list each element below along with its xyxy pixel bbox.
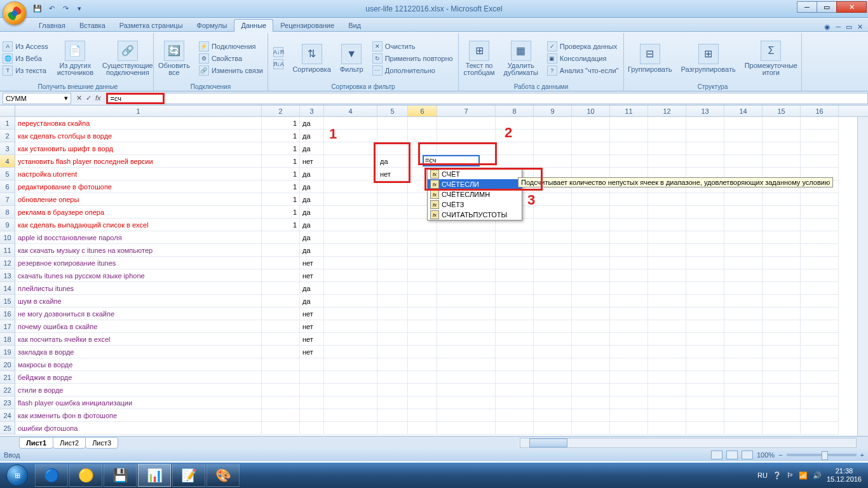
name-box[interactable]: СУММ▾ (3, 93, 71, 104)
cell[interactable] (686, 117, 724, 130)
autocomplete-item[interactable]: fxСЧИТАТЬПУСТОТЫ (428, 210, 522, 220)
cell[interactable] (686, 371, 724, 384)
cell[interactable]: переустановка скайпа (15, 117, 262, 130)
cell[interactable] (496, 320, 534, 333)
cell[interactable] (610, 282, 648, 295)
cell[interactable] (686, 358, 724, 371)
cell[interactable] (534, 269, 572, 282)
column-header[interactable]: 11 (610, 105, 648, 116)
cell[interactable] (437, 231, 496, 244)
cell[interactable] (610, 409, 648, 422)
cell[interactable] (262, 257, 300, 269)
cell[interactable] (610, 142, 648, 155)
cell[interactable]: макросы в ворде (15, 358, 262, 371)
cell[interactable] (801, 396, 839, 409)
cell[interactable] (801, 257, 839, 269)
view-normal-button[interactable] (711, 451, 722, 459)
sheet-tab-1[interactable]: Лист1 (19, 437, 53, 449)
cell[interactable] (262, 346, 300, 358)
cell[interactable] (534, 142, 572, 155)
cell[interactable] (534, 130, 572, 142)
cell[interactable] (610, 130, 648, 142)
cell[interactable] (801, 231, 839, 244)
column-header[interactable]: 15 (763, 105, 801, 116)
advanced-filter-button[interactable]: ⋯Дополнительно (370, 65, 456, 76)
cell[interactable] (324, 282, 377, 295)
cell[interactable] (408, 358, 437, 371)
cell[interactable]: да (300, 295, 324, 308)
sheet-tab-2[interactable]: Лист2 (53, 437, 86, 449)
cell[interactable] (572, 384, 610, 396)
cell[interactable] (724, 219, 763, 231)
cell[interactable] (324, 193, 377, 206)
cell[interactable] (262, 333, 300, 346)
column-header[interactable]: 16 (801, 105, 839, 116)
undo-icon[interactable]: ↶ (46, 3, 57, 15)
cell[interactable]: нет (300, 269, 324, 282)
cell[interactable] (686, 409, 724, 422)
cell[interactable] (496, 396, 534, 409)
tab-layout[interactable]: Разметка страницы (112, 19, 190, 32)
tray-flag-icon[interactable]: 🏳 (787, 471, 794, 479)
cell[interactable] (534, 282, 572, 295)
row-header[interactable]: 25 (0, 422, 15, 435)
cell[interactable] (686, 282, 724, 295)
cell[interactable] (572, 244, 610, 257)
cell[interactable] (377, 282, 408, 295)
cell[interactable] (437, 409, 496, 422)
cell[interactable] (324, 269, 377, 282)
cell[interactable] (801, 269, 839, 282)
zoom-out-button[interactable]: − (778, 451, 782, 459)
cell[interactable] (408, 231, 437, 244)
cell[interactable]: как сделать выпадающий список в excel (15, 219, 262, 231)
cell[interactable] (496, 333, 534, 346)
tab-home[interactable]: Главная (32, 19, 72, 32)
reapply-button[interactable]: ↻Применить повторно (370, 53, 456, 64)
cell[interactable] (496, 409, 534, 422)
cell[interactable] (610, 371, 648, 384)
cell[interactable] (377, 346, 408, 358)
cell[interactable] (377, 358, 408, 371)
cell[interactable] (324, 308, 377, 320)
cell[interactable] (801, 117, 839, 130)
cell[interactable] (534, 244, 572, 257)
column-header[interactable]: 6 (408, 105, 437, 116)
cell[interactable] (572, 206, 610, 219)
cell[interactable] (408, 396, 437, 409)
cell[interactable] (534, 371, 572, 384)
group-button[interactable]: ⊟Группировать (625, 43, 675, 74)
cell[interactable] (437, 422, 496, 435)
cell[interactable] (686, 142, 724, 155)
cell[interactable] (686, 231, 724, 244)
column-header[interactable]: 8 (496, 105, 534, 116)
cell[interactable] (408, 371, 437, 384)
tray-lang[interactable]: RU (757, 471, 768, 479)
cell[interactable] (324, 219, 377, 231)
cell[interactable] (572, 320, 610, 333)
cell[interactable] (572, 219, 610, 231)
cell[interactable] (534, 308, 572, 320)
cell[interactable]: настройка utorrent (15, 168, 262, 180)
cell[interactable] (437, 333, 496, 346)
cell[interactable] (377, 117, 408, 130)
cell[interactable] (437, 219, 496, 231)
cell[interactable] (763, 333, 801, 346)
start-button[interactable]: ⊞ (0, 463, 34, 488)
cell[interactable] (763, 219, 801, 231)
cell[interactable] (262, 295, 300, 308)
cell[interactable] (801, 155, 839, 168)
cell[interactable] (724, 142, 763, 155)
taskbar-paint[interactable]: 🎨 (207, 464, 240, 487)
cell[interactable] (724, 269, 763, 282)
row-header[interactable]: 13 (0, 269, 15, 282)
cell[interactable] (262, 409, 300, 422)
cell[interactable] (763, 206, 801, 219)
cell[interactable] (648, 346, 686, 358)
row-header[interactable]: 23 (0, 396, 15, 409)
cell[interactable] (262, 282, 300, 295)
cell[interactable] (534, 320, 572, 333)
cell[interactable] (408, 130, 437, 142)
row-header[interactable]: 17 (0, 320, 15, 333)
cell[interactable] (572, 333, 610, 346)
cell[interactable] (763, 231, 801, 244)
